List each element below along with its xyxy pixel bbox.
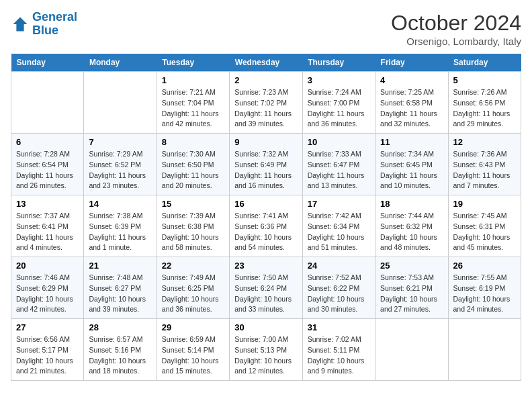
day-info: Sunrise: 7:29 AMSunset: 6:52 PMDaylight:… <box>89 149 151 191</box>
day-info: Sunrise: 7:45 AMSunset: 6:31 PMDaylight:… <box>453 211 516 253</box>
day-number: 26 <box>453 261 516 271</box>
calendar-cell: 8Sunrise: 7:30 AMSunset: 6:50 PMDaylight… <box>157 134 229 195</box>
calendar-cell: 14Sunrise: 7:38 AMSunset: 6:39 PMDayligh… <box>84 195 157 257</box>
calendar-cell: 12Sunrise: 7:36 AMSunset: 6:43 PMDayligh… <box>448 134 521 195</box>
day-number: 6 <box>16 137 79 147</box>
calendar-cell: 19Sunrise: 7:45 AMSunset: 6:31 PMDayligh… <box>448 195 521 257</box>
day-number: 16 <box>234 199 297 209</box>
calendar-cell: 15Sunrise: 7:39 AMSunset: 6:38 PMDayligh… <box>157 195 229 257</box>
calendar-cell: 20Sunrise: 7:46 AMSunset: 6:29 PMDayligh… <box>11 257 84 319</box>
day-info: Sunrise: 7:00 AMSunset: 5:13 PMDaylight:… <box>234 334 297 377</box>
calendar-cell: 11Sunrise: 7:34 AMSunset: 6:45 PMDayligh… <box>375 134 448 195</box>
calendar-cell: 9Sunrise: 7:32 AMSunset: 6:49 PMDaylight… <box>230 134 302 195</box>
calendar-cell: 22Sunrise: 7:49 AMSunset: 6:25 PMDayligh… <box>157 257 229 319</box>
calendar-cell: 4Sunrise: 7:25 AMSunset: 6:58 PMDaylight… <box>375 72 448 134</box>
day-info: Sunrise: 7:24 AMSunset: 7:00 PMDaylight:… <box>308 87 370 130</box>
calendar-cell: 24Sunrise: 7:52 AMSunset: 6:22 PMDayligh… <box>302 257 375 319</box>
day-number: 4 <box>380 75 443 85</box>
day-info: Sunrise: 7:33 AMSunset: 6:47 PMDaylight:… <box>308 149 370 191</box>
logo: General Blue <box>11 11 77 38</box>
day-number: 20 <box>16 261 79 271</box>
day-info: Sunrise: 7:52 AMSunset: 6:22 PMDaylight:… <box>308 273 370 315</box>
calendar-cell: 1Sunrise: 7:21 AMSunset: 7:04 PMDaylight… <box>157 72 229 134</box>
day-info: Sunrise: 7:39 AMSunset: 6:38 PMDaylight:… <box>162 211 224 253</box>
calendar-cell: 3Sunrise: 7:24 AMSunset: 7:00 PMDaylight… <box>302 72 375 134</box>
day-number: 13 <box>16 199 79 209</box>
calendar-week-row: 13Sunrise: 7:37 AMSunset: 6:41 PMDayligh… <box>11 195 521 257</box>
day-number: 24 <box>308 261 370 271</box>
day-number: 15 <box>162 199 224 209</box>
day-info: Sunrise: 7:28 AMSunset: 6:54 PMDaylight:… <box>16 149 79 191</box>
logo-line1: General <box>32 10 77 24</box>
day-info: Sunrise: 7:49 AMSunset: 6:25 PMDaylight:… <box>162 273 224 315</box>
day-number: 17 <box>308 199 370 209</box>
logo-line2: Blue <box>32 24 58 37</box>
calendar-week-row: 27Sunrise: 6:56 AMSunset: 5:17 PMDayligh… <box>11 319 521 381</box>
location: Orsenigo, Lombardy, Italy <box>391 36 521 47</box>
calendar-cell: 21Sunrise: 7:48 AMSunset: 6:27 PMDayligh… <box>84 257 157 319</box>
day-number: 5 <box>453 75 516 85</box>
calendar-week-row: 1Sunrise: 7:21 AMSunset: 7:04 PMDaylight… <box>11 72 521 134</box>
day-number: 21 <box>89 261 151 271</box>
day-number: 23 <box>234 261 297 271</box>
calendar-cell <box>448 319 521 381</box>
weekday-header-sunday: Sunday <box>11 54 84 72</box>
weekday-header-thursday: Thursday <box>302 54 375 72</box>
svg-marker-0 <box>13 17 28 31</box>
day-info: Sunrise: 7:38 AMSunset: 6:39 PMDaylight:… <box>89 211 151 253</box>
weekday-header-friday: Friday <box>375 54 448 72</box>
calendar-cell: 13Sunrise: 7:37 AMSunset: 6:41 PMDayligh… <box>11 195 84 257</box>
day-info: Sunrise: 7:21 AMSunset: 7:04 PMDaylight:… <box>162 87 224 130</box>
day-number: 29 <box>162 322 224 332</box>
calendar-cell: 10Sunrise: 7:33 AMSunset: 6:47 PMDayligh… <box>302 134 375 195</box>
day-info: Sunrise: 7:25 AMSunset: 6:58 PMDaylight:… <box>380 87 443 130</box>
day-number: 19 <box>453 199 516 209</box>
day-number: 8 <box>162 137 224 147</box>
day-info: Sunrise: 6:56 AMSunset: 5:17 PMDaylight:… <box>16 334 79 377</box>
calendar-cell: 7Sunrise: 7:29 AMSunset: 6:52 PMDaylight… <box>84 134 157 195</box>
day-number: 31 <box>308 322 370 332</box>
day-number: 11 <box>380 137 443 147</box>
calendar-cell: 18Sunrise: 7:44 AMSunset: 6:32 PMDayligh… <box>375 195 448 257</box>
day-number: 30 <box>234 322 297 332</box>
calendar-cell: 16Sunrise: 7:41 AMSunset: 6:36 PMDayligh… <box>230 195 302 257</box>
calendar-cell: 17Sunrise: 7:42 AMSunset: 6:34 PMDayligh… <box>302 195 375 257</box>
day-info: Sunrise: 7:53 AMSunset: 6:21 PMDaylight:… <box>380 273 443 315</box>
day-number: 1 <box>162 75 224 85</box>
page-header: General Blue October 2024 Orsenigo, Lomb… <box>11 11 521 47</box>
day-info: Sunrise: 7:37 AMSunset: 6:41 PMDaylight:… <box>16 211 79 253</box>
day-info: Sunrise: 7:48 AMSunset: 6:27 PMDaylight:… <box>89 273 151 315</box>
day-info: Sunrise: 7:44 AMSunset: 6:32 PMDaylight:… <box>380 211 443 253</box>
day-info: Sunrise: 7:02 AMSunset: 5:11 PMDaylight:… <box>308 334 370 377</box>
logo-icon <box>11 15 30 34</box>
weekday-header-monday: Monday <box>84 54 157 72</box>
month-title: October 2024 <box>391 11 521 36</box>
day-info: Sunrise: 7:41 AMSunset: 6:36 PMDaylight:… <box>234 211 297 253</box>
day-number: 27 <box>16 322 79 332</box>
calendar-cell: 29Sunrise: 6:59 AMSunset: 5:14 PMDayligh… <box>157 319 229 381</box>
day-info: Sunrise: 7:36 AMSunset: 6:43 PMDaylight:… <box>453 149 516 191</box>
day-number: 9 <box>234 137 297 147</box>
day-number: 22 <box>162 261 224 271</box>
calendar-week-row: 20Sunrise: 7:46 AMSunset: 6:29 PMDayligh… <box>11 257 521 319</box>
calendar-cell: 5Sunrise: 7:26 AMSunset: 6:56 PMDaylight… <box>448 72 521 134</box>
calendar-cell: 26Sunrise: 7:55 AMSunset: 6:19 PMDayligh… <box>448 257 521 319</box>
calendar-cell <box>84 72 157 134</box>
day-number: 10 <box>308 137 370 147</box>
day-info: Sunrise: 6:57 AMSunset: 5:16 PMDaylight:… <box>89 334 151 377</box>
calendar-cell: 31Sunrise: 7:02 AMSunset: 5:11 PMDayligh… <box>302 319 375 381</box>
day-number: 28 <box>89 322 151 332</box>
day-info: Sunrise: 7:23 AMSunset: 7:02 PMDaylight:… <box>234 87 297 130</box>
calendar-cell: 27Sunrise: 6:56 AMSunset: 5:17 PMDayligh… <box>11 319 84 381</box>
calendar-cell: 23Sunrise: 7:50 AMSunset: 6:24 PMDayligh… <box>230 257 302 319</box>
day-number: 18 <box>380 199 443 209</box>
day-number: 12 <box>453 137 516 147</box>
day-info: Sunrise: 6:59 AMSunset: 5:14 PMDaylight:… <box>162 334 224 377</box>
weekday-header-saturday: Saturday <box>448 54 521 72</box>
calendar-cell <box>375 319 448 381</box>
weekday-header-row: SundayMondayTuesdayWednesdayThursdayFrid… <box>11 54 521 72</box>
weekday-header-tuesday: Tuesday <box>157 54 229 72</box>
calendar-week-row: 6Sunrise: 7:28 AMSunset: 6:54 PMDaylight… <box>11 134 521 195</box>
day-number: 3 <box>308 75 370 85</box>
calendar-cell: 25Sunrise: 7:53 AMSunset: 6:21 PMDayligh… <box>375 257 448 319</box>
